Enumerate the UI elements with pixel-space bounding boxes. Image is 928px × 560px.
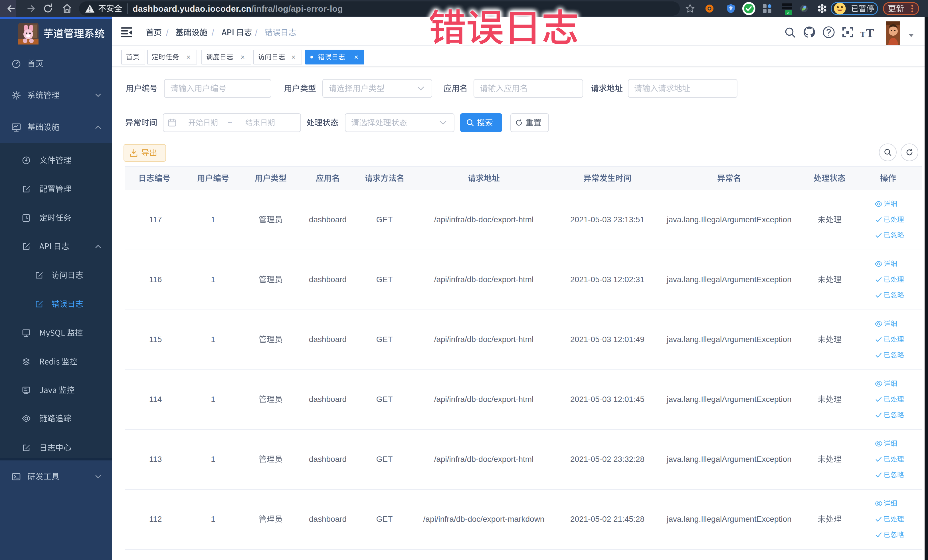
svg-text:on: on [787, 11, 790, 14]
